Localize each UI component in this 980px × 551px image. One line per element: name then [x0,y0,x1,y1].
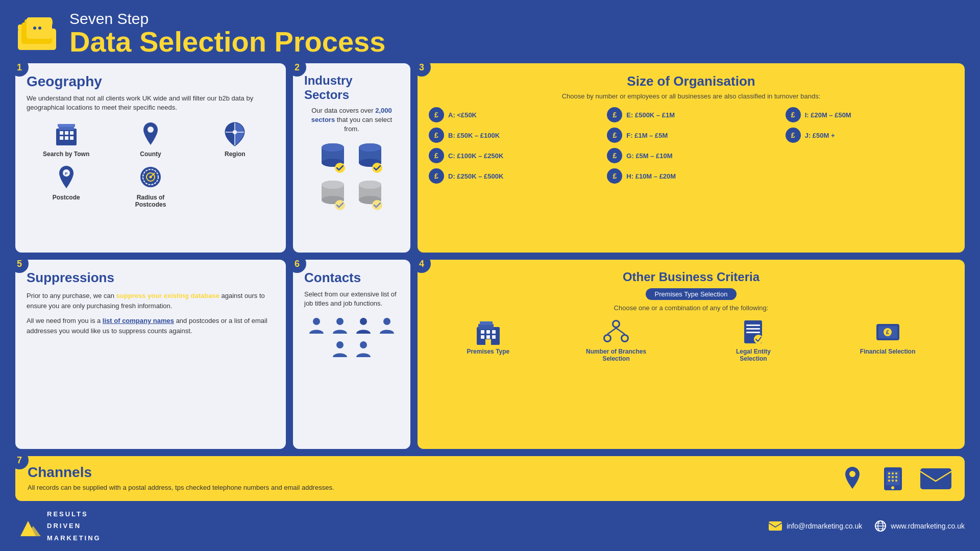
financial-icon: £ [874,318,902,346]
svg-point-33 [359,143,381,152]
suppressions-para1: Prior to any purchase, we can suppress y… [27,291,275,311]
band-b-label: B: £50K – £100K [448,132,500,139]
size-band-h: £ H: £10M – £20M [607,168,775,184]
svg-point-77 [360,341,367,348]
county-label: County [140,151,161,158]
geo-item-radius: Radius of Postcodes [111,163,190,208]
pound-icon-e: £ [607,107,622,122]
pound-icon-f: £ [607,128,622,143]
band-e-label: E: £500K – £1M [626,111,675,119]
page-container: Seven Step Data Selection Process 1 Geog… [0,0,980,551]
channel-icons [839,465,952,493]
address-icon [839,465,867,493]
radius-label: Radius of Postcodes [130,194,171,208]
svg-rect-47 [480,321,493,325]
svg-line-58 [607,328,616,334]
channels-desc: All records can be supplied with a posta… [28,483,828,493]
svg-point-88 [888,480,890,482]
band-d-label: D: £250K – £500K [448,172,503,180]
band-a-label: A: <£50K [448,111,477,119]
pin-icon [136,119,164,147]
person-icon-2 [330,316,350,335]
pound-icon-d: £ [429,168,444,184]
band-c-label: C: £100K – £250K [448,152,503,160]
step-other-business: 4 Other Business Criteria Premises Type … [418,260,965,449]
size-band-d: £ D: £250K – £500K [429,168,597,184]
pound-icon-h: £ [607,168,622,184]
svg-point-85 [888,476,890,478]
step-geography: 1 Geography We understand that not all c… [15,63,286,253]
size-band-a: £ A: <£50K [429,107,597,122]
size-band-f: £ F: £1M – £5M [607,128,775,143]
step-3-number: 3 [412,58,431,77]
geography-desc: We understand that not all clients work … [27,94,275,112]
band-f-label: F: £1M – £5M [626,132,668,139]
size-band-b: £ B: £50K – £100K [429,128,597,143]
header-logo [15,13,61,54]
financial-item: £ Financial Selection [860,318,916,355]
geo-item-postcode: P Postcode [27,163,106,208]
financial-label: Financial Selection [860,348,916,355]
geography-icons: Search by Town County [27,119,275,208]
building-icon [52,119,80,147]
svg-point-6 [38,27,41,30]
geo-item-town: Search by Town [27,119,106,158]
pound-icon-j: £ [786,128,801,143]
svg-point-72 [313,318,320,325]
person-icon-3 [354,316,373,335]
band-h-label: H: £10M – £20M [626,172,676,180]
branches-item: Number of Branches Selection [585,318,647,362]
svg-point-87 [895,476,897,478]
region-icon [221,119,249,147]
svg-point-82 [888,472,890,474]
step-4-number: 4 [412,255,431,273]
step-suppressions: 5 Suppressions Prior to any purchase, we… [15,260,286,449]
header-title-block: Seven Step Data Selection Process [69,10,385,56]
svg-point-73 [336,318,344,325]
svg-point-90 [895,480,897,482]
svg-line-59 [616,328,625,334]
svg-point-60 [614,321,619,327]
size-title: Size of Organisation [429,73,953,89]
suppressions-para2: All we need from you is a list of compan… [27,316,275,336]
size-band-i: £ I: £20M – £50M [786,107,953,122]
pound-icon-i: £ [786,107,801,122]
email-icon [919,467,952,490]
size-band-e: £ E: £500K – £1M [607,107,775,122]
svg-rect-48 [481,330,484,334]
pound-icon-c: £ [429,148,444,163]
svg-rect-94 [769,521,782,531]
svg-rect-91 [920,468,951,489]
legal-entity-label: Legal Entity Selection [723,348,784,362]
right-column: 3 Size of Organisation Choose by number … [418,63,965,449]
other-business-subtitle: Choose one or a combination of any of th… [429,304,953,312]
svg-point-83 [892,472,894,474]
contacts-desc: Select from our extensive list of job ti… [304,290,399,308]
svg-point-61 [605,336,610,341]
region-label: Region [225,151,246,158]
svg-rect-12 [70,131,74,135]
step-7-number: 7 [10,451,29,469]
phone-icon [879,465,907,493]
person-icon-4 [377,316,397,335]
premises-type-label: Premises Type [467,348,509,355]
svg-rect-50 [492,330,496,334]
industry-title: Industry Sectors [304,73,399,102]
footer-contact: info@rdmarketing.co.uk www.rdmarketing.c… [768,520,965,532]
svg-rect-9 [58,124,75,127]
branches-icon [602,318,630,346]
svg-rect-10 [60,131,63,135]
svg-rect-11 [65,131,68,135]
band-g-label: G: £5M – £10M [626,152,672,160]
svg-point-89 [892,480,894,482]
footer-logo-text: RESULTS DRIVEN MARKETING [47,508,101,544]
legal-entity-item: Legal Entity Selection [723,318,784,362]
footer-email-text: info@rdmarketing.co.uk [787,522,862,530]
svg-point-5 [33,27,36,30]
contacts-title: Contacts [304,270,399,286]
svg-rect-14 [65,136,68,140]
svg-rect-66 [746,332,760,333]
database-icon-3 [316,179,350,212]
rdm-logo-icon [15,516,41,536]
svg-point-75 [383,318,390,325]
